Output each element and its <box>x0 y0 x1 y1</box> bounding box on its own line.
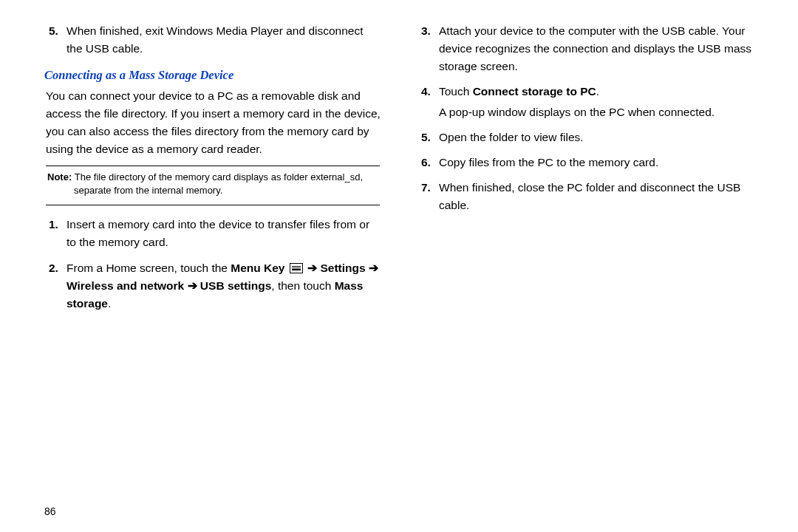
list-text: Copy files from the PC to the memory car… <box>439 154 754 171</box>
list-text: When finished, close the PC folder and d… <box>439 179 754 214</box>
two-column-layout: 5. When finished, exit Windows Media Pla… <box>44 22 754 320</box>
list-text: From a Home screen, touch the Menu Key ➔… <box>66 259 381 313</box>
step2-pre: From a Home screen, touch the <box>66 262 231 274</box>
list-number: 2. <box>44 259 66 277</box>
list-number: 6. <box>417 154 439 171</box>
list-number: 7. <box>417 179 439 197</box>
intro-paragraph: You can connect your device to a PC as a… <box>46 87 381 158</box>
right-list-item-3: 3. Attach your device to the computer wi… <box>417 22 754 75</box>
list-number: 3. <box>417 22 439 40</box>
right-list-item-7: 7. When finished, close the PC folder an… <box>417 179 754 214</box>
period: . <box>596 85 599 98</box>
note-body: The file directory of the memory card di… <box>74 171 363 196</box>
list-number: 5. <box>417 129 439 146</box>
note-box: Note: The file directory of the memory c… <box>46 166 380 205</box>
popup-text: A pop-up window displays on the PC when … <box>439 106 715 118</box>
then-touch-text: , then touch <box>271 279 334 292</box>
list-text: When finished, exit Windows Media Player… <box>66 22 381 58</box>
manual-page: 5. When finished, exit Windows Media Pla… <box>0 0 798 532</box>
list-text: Touch Connect storage to PC. A pop-up wi… <box>439 83 754 121</box>
right-list-item-4: 4. Touch Connect storage to PC. A pop-up… <box>417 83 754 121</box>
period: . <box>108 297 111 310</box>
menu-key-icon <box>290 263 303 273</box>
right-column: 3. Attach your device to the computer wi… <box>417 22 754 320</box>
arrow-icon: ➔ <box>369 262 378 274</box>
right-list-item-5: 5. Open the folder to view files. <box>417 129 754 146</box>
left-list-item-5: 5. When finished, exit Windows Media Pla… <box>44 22 381 58</box>
page-number: 86 <box>44 505 56 517</box>
section-heading: Connecting as a Mass Storage Device <box>44 68 381 83</box>
settings-label: Settings <box>320 262 365 274</box>
usb-settings-label: USB settings <box>200 279 271 292</box>
touch-text: Touch <box>439 85 473 98</box>
left-list-item-1: 1. Insert a memory card into the device … <box>44 216 381 251</box>
list-number: 1. <box>44 216 66 233</box>
note-label: Note: <box>47 171 75 183</box>
right-list-item-6: 6. Copy files from the PC to the memory … <box>417 154 754 171</box>
wireless-label: Wireless and network <box>66 279 184 292</box>
arrow-icon: ➔ <box>184 279 200 292</box>
arrow-icon: ➔ <box>304 262 321 274</box>
menu-key-label: Menu Key <box>231 262 284 274</box>
list-text: Attach your device to the computer with … <box>439 22 754 75</box>
connect-storage-label: Connect storage to PC <box>473 85 596 98</box>
note-content: Note: The file directory of the memory c… <box>47 171 378 197</box>
list-text: Insert a memory card into the device to … <box>66 216 381 251</box>
left-column: 5. When finished, exit Windows Media Pla… <box>44 22 381 320</box>
list-number: 5. <box>44 22 66 40</box>
list-text: Open the folder to view files. <box>439 129 754 146</box>
list-number: 4. <box>417 83 439 100</box>
left-list-item-2: 2. From a Home screen, touch the Menu Ke… <box>44 259 381 313</box>
